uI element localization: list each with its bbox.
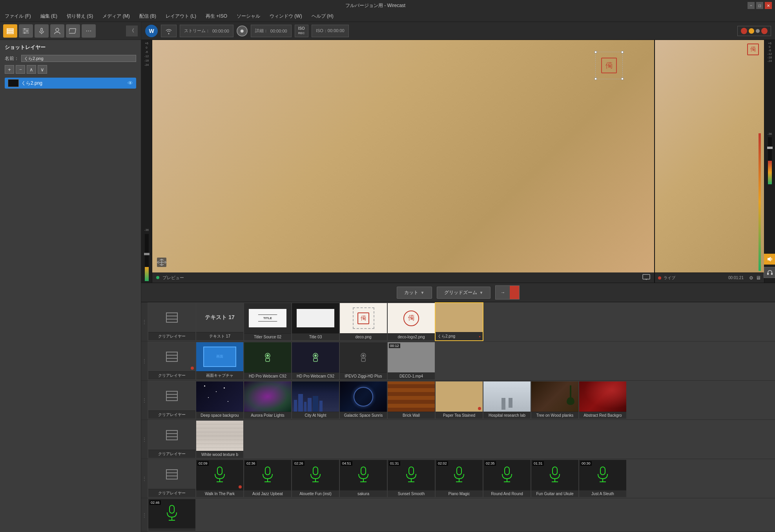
menu-edit[interactable]: 編集 (E) [39, 12, 59, 20]
move-up-button[interactable]: ∧ [27, 65, 36, 74]
shot-clear-layer-1[interactable]: クリアレイヤー [148, 303, 195, 340]
menu-help[interactable]: ヘルプ (H) [310, 12, 335, 20]
kura2-label: くら2.png ● [436, 332, 483, 340]
preview-label-bar: プレビュー [152, 272, 654, 283]
shot-clear-layer-5[interactable]: クリアレイヤー [148, 460, 195, 497]
shot-city[interactable]: City At Night [292, 381, 339, 419]
menu-window[interactable]: ウィンドウ (W) [268, 12, 304, 20]
go-arrow-label[interactable]: → [496, 287, 510, 298]
sidebar-tab-audio[interactable] [35, 24, 49, 38]
add-layer-button[interactable]: + [5, 65, 14, 74]
menu-media[interactable]: メディア (M) [101, 12, 131, 20]
monitor-icon[interactable] [642, 274, 650, 281]
live-monitor-icon[interactable]: 🖥 [756, 275, 761, 281]
audio-speaker-button[interactable] [764, 254, 775, 265]
webcam1-label: HD Pro Webcam C92 [244, 372, 291, 379]
cut-button[interactable]: カット ▼ [397, 287, 432, 299]
menu-file[interactable]: ファイル (F) [3, 12, 33, 20]
shot-round[interactable]: 02:35 Round And Round [483, 460, 531, 497]
shot-piano[interactable]: 02:02 Piano Magic [436, 460, 483, 497]
tree-thumb [531, 381, 578, 412]
row-4-handle[interactable]: ⋮ [141, 420, 148, 459]
svg-rect-48 [265, 467, 270, 475]
eye-icon[interactable]: 👁 [128, 80, 133, 86]
brick-thumb [388, 381, 435, 412]
sidebar-tab-slant[interactable] [66, 24, 80, 38]
shot-deco[interactable]: 僃 deco.png [340, 303, 387, 340]
menu-play[interactable]: 再生 +ISO [204, 12, 229, 20]
minimize-button[interactable]: － [748, 2, 755, 9]
remove-layer-button[interactable]: － [16, 65, 25, 74]
wifi-button[interactable] [161, 25, 177, 37]
menu-switch[interactable]: 切り替え (S) [65, 12, 95, 20]
move-down-button[interactable]: ∨ [38, 65, 47, 74]
shot-aurora[interactable]: Aurora Polar Lights [244, 381, 291, 419]
shot-hospital[interactable]: Hospital research lab [483, 381, 531, 419]
shot-walk-park[interactable]: 02:09 Walk In The Park [196, 460, 243, 497]
drag-handle-icon[interactable] [156, 257, 167, 269]
shot-webcam-2[interactable]: HD Pro Webcam C92 [292, 342, 339, 379]
aurora-thumb [244, 381, 291, 412]
shot-deep-space[interactable]: Deep space backgrou [196, 381, 243, 419]
iso-button[interactable]: ISOREC [295, 25, 308, 37]
sidebar-tab-more[interactable]: ··· [82, 24, 96, 38]
shot-clear-layer-3[interactable]: クリアレイヤー [148, 381, 195, 419]
shot-galactic[interactable]: Galactic Space Sunris [340, 381, 387, 419]
selection-box: 僃 [595, 52, 623, 79]
row-2-handle[interactable]: ⋮ [141, 341, 148, 380]
shot-title-03[interactable]: Title 03 [292, 303, 339, 340]
grid-zoom-button[interactable]: グリッドズーム ▼ [437, 287, 491, 299]
shot-deco-vid[interactable]: 00:12 DECO-1.mp4 [388, 342, 435, 379]
shot-white-wood[interactable]: White wood texture b [196, 421, 243, 458]
shot-webcam-1[interactable]: HD Pro Webcam C92 [244, 342, 291, 379]
shot-alouette[interactable]: 02:26 Alouette Fun (inst) [292, 460, 339, 497]
iso-time: ISO：00:00:00 [316, 28, 345, 34]
shot-acid-jazz[interactable]: 02:36 Acid Jazz Upbeat [244, 460, 291, 497]
row-6-handle[interactable]: ⋮ [141, 498, 148, 532]
shot-last-audio[interactable]: 02:46 [148, 499, 195, 531]
shot-clear-layer-4[interactable]: クリアレイヤー [148, 421, 195, 458]
go-button[interactable]: → [495, 285, 520, 300]
maximize-button[interactable]: □ [756, 2, 763, 9]
shot-sakura[interactable]: 04:51 sakura [340, 460, 387, 497]
shot-paper[interactable]: Paper Tea Stained [436, 381, 483, 419]
shot-ipevo[interactable]: IPEVO Ziggi-HD Plus [340, 342, 387, 379]
sidebar-tab-user[interactable] [50, 24, 64, 38]
row-5-handle[interactable]: ⋮ [141, 459, 148, 498]
live-vu-bars [758, 40, 764, 272]
layer-name-input[interactable] [21, 55, 136, 62]
menu-layout[interactable]: レイアウト (L) [164, 12, 198, 20]
shot-abstract-red[interactable]: Abstract Red Backgro [579, 381, 626, 419]
audio-headphones-button[interactable] [764, 267, 775, 278]
svg-rect-2 [7, 33, 13, 34]
shot-screencap[interactable]: 画面 画面キャプチャ [196, 342, 243, 379]
row-1-handle[interactable]: ⋮ [141, 302, 148, 341]
main-layout: ··· 《 ショットレイヤー 名前： + － ∧ ∨ くら2.png 👁 W [0, 22, 775, 532]
row-3-handle[interactable]: ⋮ [141, 381, 148, 419]
svg-rect-41 [166, 437, 177, 440]
shot-sunset[interactable]: 01:31 Sunset Smooth [388, 460, 435, 497]
shot-layer-item[interactable]: くら2.png 👁 [5, 78, 136, 89]
shot-tree[interactable]: Tree on Wood planks [531, 381, 578, 419]
shot-text-17[interactable]: テキスト 17 テキスト 17 [196, 303, 243, 340]
menu-social[interactable]: ソーシャル [235, 12, 262, 20]
screencap-thumb: 画面 [196, 342, 243, 371]
shot-sleuth[interactable]: 00:30 Just A Sleuth [579, 460, 626, 497]
shot-kura2[interactable]: くら2.png ● [436, 303, 483, 340]
deco-vid-label: DECO-1.mp4 [388, 372, 435, 379]
preview-area: +6 0 -6 -12 -18 -24 -36 [141, 40, 775, 283]
audio-buttons [764, 254, 775, 278]
shot-brick[interactable]: Brick Wall [388, 381, 435, 419]
close-button[interactable]: ✕ [765, 2, 772, 9]
alouette-time: 02:26 [293, 461, 305, 466]
sidebar-tab-settings[interactable] [19, 24, 33, 38]
shot-guitar[interactable]: 01:31 Fun Guitar and Ukule [531, 460, 578, 497]
gear-icon[interactable]: ⚙ [749, 275, 753, 281]
sidebar-tab-layers[interactable] [3, 24, 17, 38]
shot-clear-layer-2[interactable]: クリアレイヤー [148, 342, 195, 379]
shot-titler-02[interactable]: ━━━━━━━━━━━━ TITLE ━━━━━━━━━━━━ Titler S… [244, 303, 291, 340]
record-button[interactable]: ⏺ [237, 25, 248, 36]
menu-stream[interactable]: 配信 (B) [138, 12, 158, 20]
sidebar-collapse-button[interactable]: 《 [126, 25, 138, 36]
shot-deco-logo2[interactable]: 僃 deco-logo2.png [388, 303, 435, 340]
